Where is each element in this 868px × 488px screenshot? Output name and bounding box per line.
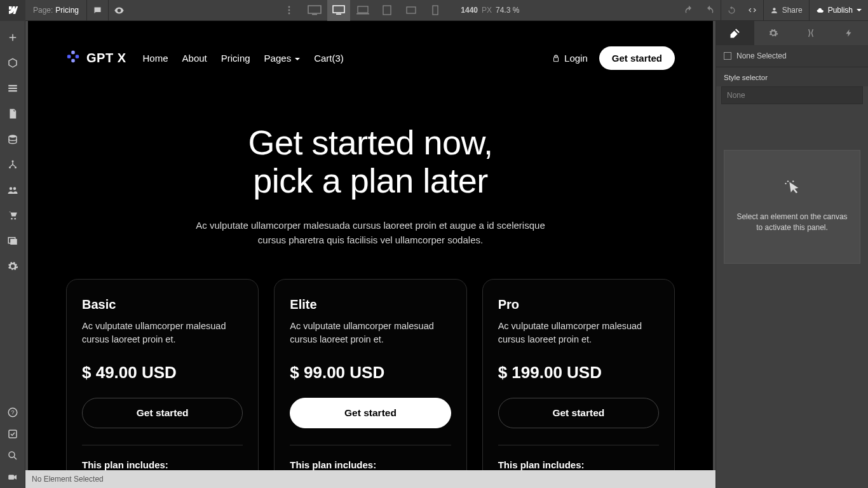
plan-price: $ 199.00 USD [498,363,659,383]
plan-desc: Ac vulputate ullamcorper malesuad cursus… [82,320,243,346]
share-button[interactable]: Share [763,0,809,21]
more-button[interactable] [278,0,299,21]
svg-rect-32 [71,59,75,63]
svg-rect-24 [10,239,17,245]
breakpoint-mobile[interactable] [424,0,447,21]
settings-button[interactable] [0,254,25,279]
settings-tab[interactable] [754,21,792,45]
add-element-button[interactable] [0,25,25,50]
svg-rect-8 [356,13,369,15]
right-panel-tabs [716,21,868,45]
plan-cta-button[interactable]: Get started [82,398,243,428]
breakpoint-group [299,0,451,21]
svg-rect-5 [333,6,344,13]
breakpoint-mobile-landscape[interactable] [400,0,423,21]
svg-point-18 [15,166,17,168]
placeholder-text: Select an element on the canvas to activ… [736,212,847,232]
design-canvas[interactable]: GPT X Home About Pricing Pages Cart(3) [28,21,713,470]
plan-desc: Ac vulputate ullamcorper malesuad cursus… [498,320,659,346]
assets-button[interactable] [0,228,25,254]
svg-rect-3 [308,6,321,13]
svg-point-15 [9,135,17,138]
chevron-down-icon [295,53,300,64]
style-selector-input[interactable]: None [721,86,863,104]
canvas-width-unit: PX [482,6,492,15]
preview-button[interactable] [109,0,130,21]
plan-cta-button[interactable]: Get started [498,398,659,428]
components-button[interactable] [0,76,25,101]
svg-rect-14 [8,90,17,92]
ecommerce-button[interactable] [0,203,25,228]
share-label: Share [782,6,803,15]
pointer-icon [783,180,801,198]
nav-home[interactable]: Home [143,53,168,64]
plan-card-basic: BasicAc vulputate ullamcorper malesuad c… [66,279,259,470]
selection-label: None Selected [736,51,787,60]
svg-point-20 [13,187,16,191]
canvas-width: 1440 [461,6,478,15]
nav-cart[interactable]: Cart(3) [314,53,344,64]
webflow-logo-button[interactable] [0,0,25,21]
help-button[interactable]: ? [0,402,25,423]
svg-rect-27 [9,430,17,438]
site-brand[interactable]: GPT X [66,50,126,67]
plan-name: Elite [290,297,451,312]
plan-card-pro: ProAc vulputate ullamcorper malesuad cur… [482,279,675,470]
style-tab[interactable] [716,21,754,45]
brand-text: GPT X [86,51,126,65]
publish-label: Publish [828,6,853,15]
svg-point-1 [288,10,290,11]
brand-logo-icon [66,50,80,67]
get-started-button[interactable]: Get started [599,46,675,70]
breakpoint-xl[interactable] [303,0,326,21]
svg-rect-13 [8,88,17,89]
interactions-tab[interactable] [830,21,868,45]
page-name: Pricing [55,6,79,15]
navigator-button[interactable] [0,50,25,76]
plan-includes-title: This plan includes: [82,459,243,470]
plan-cta-button[interactable]: Get started [290,398,451,428]
svg-rect-12 [8,85,17,86]
cms-button[interactable] [0,126,25,152]
svg-point-19 [9,187,12,191]
logic-button[interactable] [0,152,25,177]
canvas-dimensions[interactable]: 1440 PX 74.3 % [451,6,529,15]
style-manager-tab[interactable] [792,21,831,45]
svg-rect-10 [407,7,416,13]
svg-rect-9 [383,6,391,15]
undo-button[interactable] [679,0,700,21]
video-button[interactable] [0,466,25,488]
nav-pricing[interactable]: Pricing [221,53,250,64]
audit-button[interactable] [0,423,25,445]
sync-button[interactable] [721,0,742,21]
svg-rect-30 [67,55,71,58]
svg-rect-29 [8,475,14,480]
page-label: Page: [33,6,53,15]
redo-button[interactable] [700,0,721,21]
login-label: Login [564,53,588,64]
panel-placeholder: Select an element on the canvas to activ… [724,150,860,264]
comments-button[interactable] [87,0,108,21]
plan-includes-title: This plan includes: [498,459,659,470]
breakpoint-desktop[interactable] [327,0,350,21]
svg-rect-11 [433,6,438,15]
users-button[interactable] [0,177,25,203]
topbar-right: Share Publish [679,0,868,21]
svg-point-36 [792,180,794,182]
page-selector[interactable]: Page: Pricing [25,0,87,21]
nav-pages[interactable]: Pages [264,53,301,64]
svg-rect-31 [71,51,75,55]
right-panel: None Selected Style selector None Select… [715,21,868,488]
breakpoint-tablet[interactable] [376,0,398,21]
search-button[interactable] [0,445,25,466]
canvas-area: GPT X Home About Pricing Pages Cart(3) [25,21,715,488]
selector-placeholder: None [727,91,745,100]
login-link[interactable]: Login [552,53,588,64]
nav-about[interactable]: About [182,53,207,64]
pages-button[interactable] [0,101,25,126]
code-button[interactable] [742,0,763,21]
pricing-plans: BasicAc vulputate ullamcorper malesuad c… [28,247,713,470]
publish-button[interactable]: Publish [809,0,868,21]
breakpoint-laptop[interactable] [351,0,374,21]
status-bar: No Element Selected [25,470,715,488]
